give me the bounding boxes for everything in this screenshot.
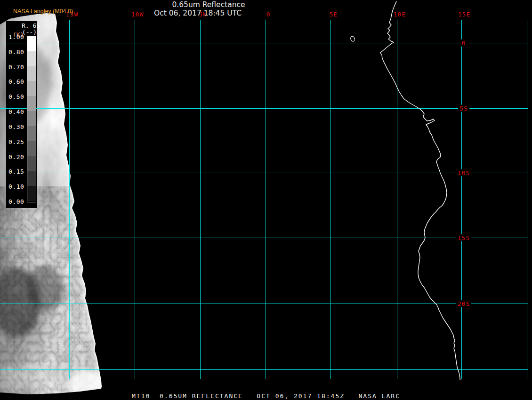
- page-title: 0.65um Reflectance: [172, 0, 245, 9]
- grid-vline: [266, 20, 266, 379]
- island-outline: [350, 36, 355, 42]
- grid-vline: [135, 20, 135, 379]
- lat-label-0: 0: [460, 40, 468, 47]
- lon-label-10E: 10E: [394, 11, 406, 18]
- lat-label-5S: 5S: [458, 105, 469, 112]
- grid-vline: [397, 20, 397, 379]
- grid-vline: [461, 20, 462, 379]
- lat-label-10S: 10S: [456, 169, 471, 176]
- coastline-path: [380, 1, 460, 380]
- grid-vline: [200, 20, 201, 379]
- lat-label-15S: 15S: [456, 234, 471, 241]
- lon-label-0: 0: [266, 11, 271, 18]
- lon-label-5E: 5E: [329, 11, 338, 18]
- swath-dark-patch: [26, 265, 64, 312]
- grid-vline: [527, 20, 527, 379]
- satellite-viewer: { "header": { "credit": "NASA Langley (M…: [0, 0, 532, 400]
- lat-label-20S: 20S: [456, 300, 471, 307]
- page-datetime: Oct 06, 2017 18:45 UTC: [154, 9, 242, 17]
- grid-vline: [330, 20, 331, 379]
- colorbar-panel: [6, 21, 37, 208]
- footer-caption: MT10 0.65UM REFLECTANCE OCT 06, 2017 18:…: [132, 392, 400, 400]
- credit-text: NASA Langley (M04.0): [13, 8, 73, 15]
- lon-label-10W: 10W: [131, 11, 144, 18]
- lon-label-15E: 15E: [458, 11, 470, 18]
